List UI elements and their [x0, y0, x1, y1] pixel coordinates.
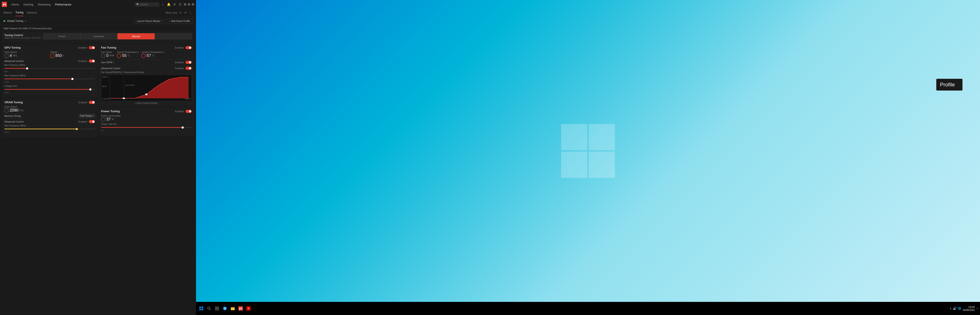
power-limit-track[interactable] [101, 127, 192, 128]
min-freq-container: Min Frequency (MHz) 500 [5, 64, 95, 73]
zero-rpm-info-icon[interactable]: ℹ [113, 61, 114, 64]
extra-preset-button[interactable] [155, 33, 192, 39]
vram-max-freq-thumb[interactable] [76, 128, 78, 130]
voltage-mv-fill [5, 89, 90, 90]
edge-icon[interactable] [221, 305, 228, 312]
advanced-control-toggle[interactable] [89, 59, 95, 62]
profile-label: Profile [940, 81, 959, 88]
zero-rpm-toggle[interactable] [186, 61, 192, 64]
nav-home[interactable]: Home [10, 2, 21, 7]
more-icon[interactable]: ⋮ [189, 11, 192, 15]
junction-temp-label-row: Junction Temperature ℹ [141, 51, 164, 53]
nav-performance[interactable]: Performance [53, 2, 73, 7]
vram-max-freq-track[interactable] [5, 129, 95, 129]
zero-rpm-section: Zero RPM ℹ Enabled [101, 59, 192, 64]
fan-chart-x-right: 100°C [185, 98, 191, 100]
mem-timing-label: Memory Timing [5, 115, 21, 117]
clock-date: 02/06/2021 [963, 309, 975, 311]
voltage-mv-track[interactable] [5, 89, 95, 90]
tab-advisors[interactable]: Advisors [27, 10, 37, 16]
stress-test-icon[interactable]: ⟳ [179, 11, 182, 15]
launch-ryzen-button[interactable]: Launch Ryzen Master ▾ [135, 19, 165, 24]
power-enabled-label: Enabled [175, 110, 184, 113]
notification-icon[interactable]: □ [977, 307, 978, 310]
tab-tuning[interactable]: Tuning [16, 9, 24, 16]
up-arrow-icon[interactable]: ∧ [950, 307, 951, 310]
svg-rect-16 [215, 309, 217, 310]
vram-advanced-section: Advanced Control Enabled [5, 119, 95, 123]
stress-test-refresh-icon[interactable]: ↺ [184, 11, 187, 15]
vram-tuning-title: VRAM Tuning [5, 100, 23, 104]
explorer-icon[interactable] [229, 305, 236, 312]
add-game-profile-button[interactable]: + Add Game Profile [167, 19, 192, 24]
max-freq-track[interactable] [5, 78, 95, 79]
nav-streaming[interactable]: Streaming [36, 2, 52, 7]
fast-timing-select[interactable]: Fast Timing ▾ [78, 114, 95, 118]
extra-icon[interactable]: ✕ [245, 305, 252, 312]
min-freq-thumb[interactable] [26, 67, 28, 70]
nav-gaming[interactable]: Gaming [22, 2, 35, 7]
preset-button[interactable]: Preset [43, 33, 80, 39]
voltage-mv-thumb[interactable] [89, 88, 91, 91]
fan-tuning-toggle[interactable] [186, 46, 192, 49]
current-temp-info-icon[interactable]: ℹ [138, 51, 139, 53]
stress-test-label: Stress Test [165, 11, 177, 14]
junction-temp-group: Junction Temperature ℹ 57 °C [141, 51, 164, 58]
power-tuning-card: Power Tuning Enabled Power Consumption 3… [99, 107, 194, 135]
task-view-icon[interactable] [213, 305, 221, 312]
dropdown-arrow-icon[interactable]: ▾ [25, 20, 26, 22]
columns-layout: GPU Tuning Enabled Clock Speed 4 MHz [0, 44, 196, 138]
max-freq-thumb[interactable] [71, 78, 73, 80]
min-freq-label: Min Frequency (MHz) [5, 64, 95, 66]
amd-taskbar-icon[interactable] [237, 305, 244, 312]
bell-icon[interactable]: 🔔 [167, 2, 171, 6]
automatic-button[interactable]: Automatic [81, 33, 118, 39]
vram-advanced-toggle[interactable] [89, 120, 95, 123]
junction-temp-label: Junction Temperature [141, 51, 162, 53]
fan-tuning-header: Fan Tuning Enabled [101, 46, 192, 49]
gpu-tuning-toggle[interactable] [89, 46, 95, 49]
power-limit-thumb[interactable] [181, 126, 184, 129]
clock-speed-group: Clock Speed 4 MHz [5, 51, 49, 58]
manual-button[interactable]: Manual [118, 33, 154, 39]
tab-metrics[interactable]: Metrics [3, 10, 12, 16]
min-freq-fill [5, 68, 27, 69]
current-temp-group: Current Temperature ℹ 55 °C [117, 51, 139, 58]
max-freq-container: Max Frequency (MHz) 2750 [5, 74, 95, 83]
volume-icon[interactable]: 🔊 [953, 307, 956, 310]
desktop-background[interactable]: Profile [196, 0, 980, 302]
clock-speed-value-group: 4 MHz [5, 53, 49, 58]
vram-clock-value: 2090 [10, 108, 18, 113]
voltage-mv-value: 1200 [5, 91, 95, 94]
fan-chart[interactable]: 100 % 84 % 6 % 25°C [101, 75, 192, 101]
search-input[interactable] [140, 3, 158, 6]
fan-metrics-row: Fan Speed 0 RPM Current Temperature ℹ [101, 51, 192, 58]
search-taskbar-icon[interactable] [205, 305, 213, 312]
current-temp-unit: °C [127, 54, 130, 57]
junction-temp-info-icon[interactable]: ℹ [163, 51, 164, 53]
search-box[interactable]: 🔍 [135, 2, 159, 6]
svg-line-13 [210, 309, 211, 310]
minimize-button[interactable]: — [184, 3, 186, 6]
close-button[interactable]: ✕ [192, 3, 194, 6]
min-freq-track[interactable] [5, 68, 95, 69]
power-tuning-toggle[interactable] [186, 110, 192, 113]
taskbar: ✕ ∧ 🔊 🌐 13:01 02/06/2021 □ [196, 302, 980, 315]
clock[interactable]: 13:01 02/06/2021 [963, 305, 975, 311]
fan-speed-group: Fan Speed 0 RPM [101, 51, 114, 58]
bookmark-icon[interactable]: ☆ [161, 2, 165, 6]
network-icon[interactable]: 🌐 [958, 307, 961, 310]
voltage-unit: V [63, 54, 64, 57]
menu-icon[interactable]: ☰ [178, 2, 182, 6]
svg-rect-10 [199, 309, 201, 310]
power-tuning-controls: Enabled [175, 110, 192, 113]
maximize-button[interactable]: □ [188, 3, 190, 6]
title-bar-left: Home Gaming Streaming Performance [2, 2, 73, 7]
global-tuning-bar: Global Tuning ▾ Launch Ryzen Master ▾ + … [0, 17, 196, 25]
settings-icon[interactable]: ⚙ [173, 2, 177, 6]
free-tuning-controls-link[interactable]: ▾ Free Tuning Controls [101, 102, 192, 104]
vram-tuning-toggle[interactable] [89, 101, 95, 104]
gpu-name: AMD Radeon RX 6900 XT (Primary/Discrete) [3, 27, 52, 30]
fan-advanced-toggle[interactable] [186, 67, 192, 70]
start-button[interactable] [198, 305, 205, 312]
